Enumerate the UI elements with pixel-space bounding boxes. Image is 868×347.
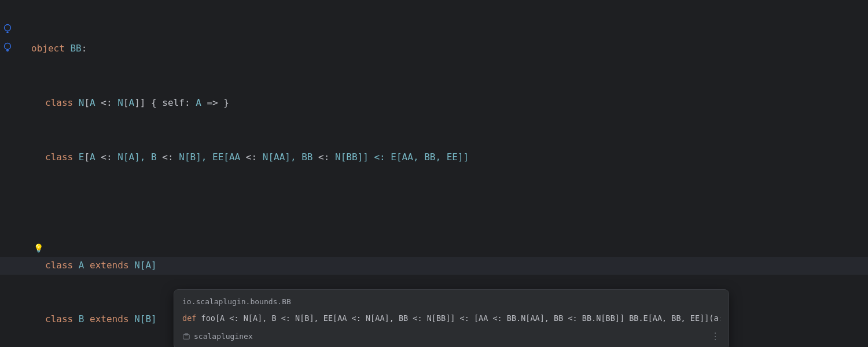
popup-qualified-name: io.scalaplugin.bounds.BB xyxy=(182,296,720,308)
popup-more-icon[interactable]: ⋮ xyxy=(711,328,720,344)
code-line[interactable]: class A extends N[A] xyxy=(31,256,868,274)
popup-module[interactable]: scalapluginex xyxy=(182,330,253,343)
gutter xyxy=(0,0,17,347)
popup-module-name: scalapluginex xyxy=(194,330,253,343)
code-line[interactable]: class N[A <: N[A]] { self: A => } xyxy=(31,94,868,112)
intention-bulb-icon[interactable]: 💡 xyxy=(34,241,43,256)
popup-signature: def foo[A <: N[A], B <: N[B], EE[AA <: N… xyxy=(182,312,720,325)
code-line[interactable]: class E[A <: N[A], B <: N[B], EE[AA <: N… xyxy=(31,148,868,166)
code-line-blank[interactable] xyxy=(31,202,868,220)
run-gutter-icon[interactable] xyxy=(2,42,13,52)
run-gutter-icon[interactable] xyxy=(2,23,13,34)
quick-doc-popup[interactable]: io.scalaplugin.bounds.BB def foo[A <: N[… xyxy=(174,289,729,347)
code-line[interactable]: object BB: xyxy=(31,39,868,57)
svg-point-1 xyxy=(5,43,11,50)
svg-point-0 xyxy=(5,25,11,31)
module-icon xyxy=(182,333,190,341)
